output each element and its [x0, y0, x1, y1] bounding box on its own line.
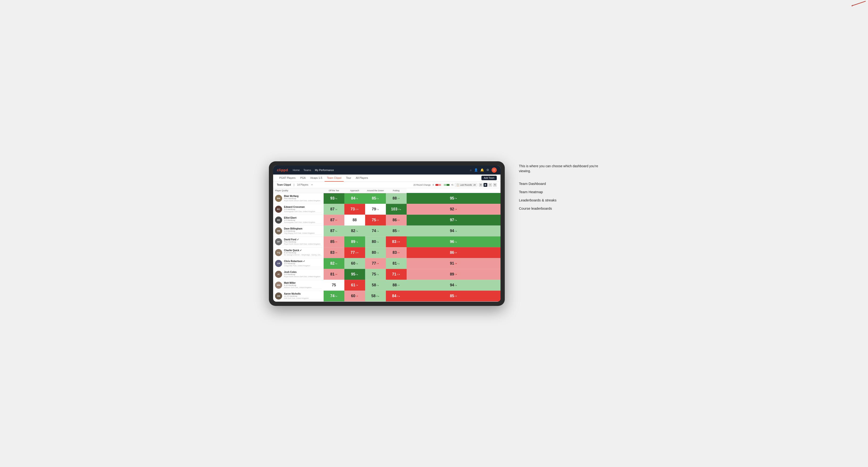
- nav-icons: ⌕ 👤 🔔 ⚙ U: [470, 167, 497, 173]
- user-avatar[interactable]: U: [492, 167, 497, 173]
- stat-value-putting: 91: [450, 261, 454, 266]
- team-bar: Team Clippd | 14 Players ✏ 20 Round Chan…: [273, 182, 500, 188]
- player-cell: DBDave Billingham1-5 HandicapGog Magog G…: [273, 225, 323, 236]
- player-name: Chris Robertson ✓: [284, 260, 322, 262]
- player-avatar: AN: [275, 292, 282, 300]
- subnav-hcaps[interactable]: Hcaps 1-5: [308, 175, 324, 182]
- edit-icon[interactable]: ✏: [311, 184, 313, 186]
- stat-cell-around: 866▼: [386, 215, 407, 225]
- stat-change-quality: 1▲: [335, 209, 338, 210]
- player-avatar: DF: [275, 238, 282, 245]
- settings-icon[interactable]: ⚙: [486, 168, 489, 172]
- nav-my-performance[interactable]: My Performance: [315, 168, 334, 172]
- col-header-player[interactable]: Player Quality: [273, 188, 323, 193]
- bell-icon[interactable]: 🔔: [480, 168, 484, 172]
- nav-teams[interactable]: Teams: [304, 168, 311, 172]
- player-handicap: 1-5 Handicap: [284, 273, 322, 276]
- user-icon[interactable]: 👤: [474, 168, 478, 172]
- player-club: Royal North Devon Golf Club, United King…: [284, 276, 322, 278]
- range-high: +5: [451, 184, 453, 186]
- stat-value-approach: 80: [372, 250, 376, 255]
- heatmap-bar: [435, 184, 450, 186]
- heatmap-view-icon[interactable]: ▦: [484, 183, 487, 187]
- stat-value-quality: 81: [330, 272, 335, 276]
- subnav-pga[interactable]: PGA: [298, 175, 308, 182]
- table-row[interactable]: ECEdward Crossman1-5 HandicapSunningdale…: [273, 204, 500, 215]
- stat-value-approach: 80: [372, 240, 376, 244]
- stat-value-putting: 85: [450, 294, 454, 298]
- table-row[interactable]: CQCharlie Quick ✓6-10 HandicapSt. George…: [273, 247, 500, 258]
- table-row[interactable]: MMMatt Miller6-10 HandicapWoburn Golf Cl…: [273, 280, 500, 290]
- col-header-off-tee[interactable]: Off the Tee: [323, 188, 344, 193]
- stat-value-off_tee: 60: [351, 294, 355, 298]
- table-row[interactable]: DFDavid Ford ✓Plus HandicapRoyal North D…: [273, 236, 500, 247]
- option-course-leaderboards[interactable]: Course leaderboards: [519, 206, 599, 210]
- option-team-dashboard[interactable]: Team Dashboard: [519, 182, 599, 186]
- stat-cell-quality: 934▲: [323, 193, 344, 204]
- stat-change-approach: 8▲: [376, 198, 379, 199]
- stat-change-approach: 2▲: [376, 274, 379, 275]
- subnav-all-players[interactable]: All Players: [353, 175, 371, 182]
- player-name: Edward Crossman: [284, 206, 322, 208]
- grid-view-icon[interactable]: ⊞: [479, 183, 483, 187]
- subnav-pgat[interactable]: PGAT Players: [277, 175, 298, 182]
- stat-change-approach: 1▲: [376, 230, 379, 232]
- nav-links: Home Teams My Performance: [293, 168, 465, 172]
- search-icon[interactable]: ⌕: [470, 168, 472, 172]
- stat-cell-off_tee: 601▼: [344, 290, 365, 302]
- table-row[interactable]: BMBlair McHargPlus HandicapRoyal North D…: [273, 193, 500, 204]
- stat-cell-around: 882▼: [386, 280, 407, 290]
- table-row[interactable]: JCJosh Coles1-5 HandicapRoyal North Devo…: [273, 269, 500, 280]
- team-name: Team Clippd: [277, 184, 291, 186]
- option-team-heatmap[interactable]: Team Heatmap: [519, 190, 599, 194]
- stat-value-around: 85: [393, 229, 397, 233]
- stat-value-putting: 94: [450, 229, 454, 233]
- add-team-button[interactable]: Add Team: [482, 176, 497, 180]
- table-row[interactable]: CRChris Robertson ✓1-5 HandicapCraigmill…: [273, 258, 500, 269]
- stat-value-off_tee: 95: [351, 272, 355, 276]
- stat-cell-approach: 584▲: [365, 280, 386, 290]
- stat-cell-off_tee: 613▼: [344, 280, 365, 290]
- stat-cell-putting: 975▲: [407, 215, 500, 225]
- col-header-putting[interactable]: Putting: [386, 188, 407, 193]
- stat-change-quality: 3▼: [335, 252, 338, 253]
- table-row[interactable]: EEElliot Ebert1-5 HandicapSunningdale Go…: [273, 215, 500, 225]
- player-club: Gog Magog Golf Club, United Kingdom: [284, 232, 322, 234]
- stat-change-off_tee: 11▼: [355, 209, 359, 210]
- stat-cell-approach: 803▲: [365, 236, 386, 247]
- last-rounds-button[interactable]: 📋 Last Rounds: 20: [455, 183, 477, 187]
- stat-value-around: 103: [391, 207, 398, 211]
- stat-cell-quality: 748▲: [323, 290, 344, 302]
- stat-cell-quality: 813▼: [323, 269, 344, 280]
- subnav-tour[interactable]: Tour: [344, 175, 353, 182]
- view-icons: ⊞ ▦ ≡ ⇅: [479, 183, 497, 187]
- stat-value-off_tee: 60: [351, 261, 355, 266]
- stat-change-around: 3▼: [397, 230, 400, 232]
- col-header-around-green[interactable]: Around the Green: [365, 188, 386, 193]
- filter-icon[interactable]: ⇅: [493, 183, 497, 187]
- player-avatar: BM: [275, 195, 282, 202]
- player-cell: CRChris Robertson ✓1-5 HandicapCraigmill…: [273, 258, 323, 269]
- list-view-icon[interactable]: ≡: [488, 183, 492, 187]
- stats-table-container: Player Quality Off the Tee Approach Arou…: [273, 188, 500, 302]
- stat-value-quality: 82: [330, 261, 335, 266]
- stat-change-quality: 3▼: [335, 219, 338, 221]
- player-cell: BMBlair McHargPlus HandicapRoyal North D…: [273, 193, 323, 204]
- annotation-text: This is where you can choose which dashb…: [519, 164, 599, 174]
- stat-change-around: 6▼: [397, 219, 400, 221]
- subnav-team-clippd[interactable]: Team Clippd: [324, 175, 344, 182]
- col-header-approach[interactable]: Approach: [344, 188, 365, 193]
- stat-change-quality: 4▲: [335, 230, 338, 232]
- stat-cell-approach: 858▲: [365, 193, 386, 204]
- option-leaderboards[interactable]: Leaderboards & streaks: [519, 198, 599, 202]
- table-row[interactable]: DBDave Billingham1-5 HandicapGog Magog G…: [273, 225, 500, 236]
- stat-change-approach: 9▲: [376, 209, 379, 210]
- player-name: Josh Coles: [284, 271, 322, 273]
- stat-change-off_tee: 6▲: [356, 198, 358, 199]
- player-avatar: CQ: [275, 249, 282, 256]
- nav-home[interactable]: Home: [293, 168, 300, 172]
- app-logo: clippd: [277, 168, 288, 172]
- stat-cell-putting: 854▼: [407, 290, 500, 302]
- table-row[interactable]: ANAaron Nicholls11-15 HandicapDrift Golf…: [273, 290, 500, 302]
- player-cell: JCJosh Coles1-5 HandicapRoyal North Devo…: [273, 269, 323, 280]
